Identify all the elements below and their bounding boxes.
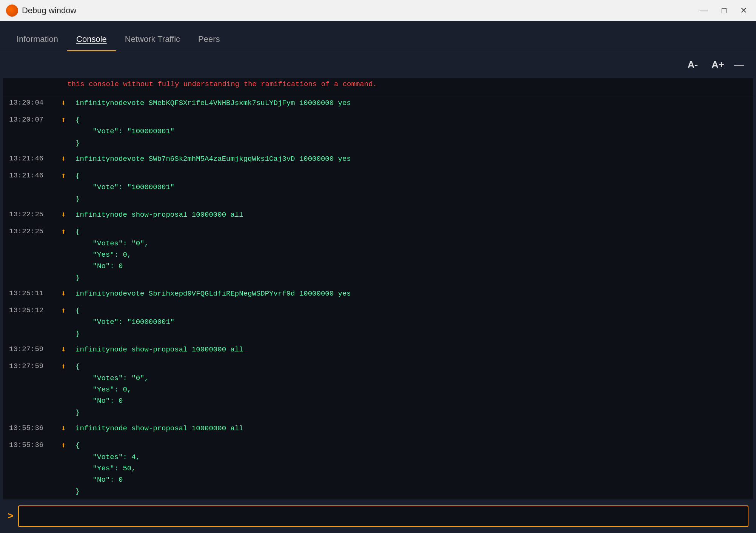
- download-icon: ⬇: [61, 97, 66, 110]
- log-json: { "Votes": "0", "Yes": 0, "No": 0 }: [71, 224, 753, 286]
- log-timestamp: 13:27:59: [3, 359, 56, 374]
- tab-bar: Information Console Network Traffic Peer…: [0, 21, 756, 51]
- app-icon: [6, 5, 18, 17]
- input-prompt: >: [8, 511, 14, 522]
- log-json: { "Vote": "100000001" }: [71, 112, 753, 151]
- log-timestamp: 13:55:36: [3, 421, 56, 436]
- console-wrapper: WARNING: Scammers have been active, tell…: [3, 78, 753, 499]
- log-json: { "Vote": "100000001" }: [71, 168, 753, 207]
- tab-information[interactable]: Information: [8, 28, 67, 51]
- upload-icon: ⬆: [61, 361, 66, 373]
- download-icon: ⬇: [61, 423, 66, 435]
- log-command: infinitynode show-proposal 10000000 all: [71, 207, 753, 223]
- tab-console[interactable]: Console: [67, 28, 116, 51]
- table-row: 13:20:04⬇infinitynodevote SMebKQFSXr1feL…: [3, 95, 753, 112]
- download-icon: ⬇: [61, 288, 66, 300]
- log-timestamp: 13:22:25: [3, 207, 56, 222]
- download-icon: ⬇: [61, 209, 66, 222]
- table-row: 13:21:46⬆{ "Vote": "100000001" }: [3, 168, 753, 207]
- log-timestamp: 13:55:36: [3, 437, 56, 453]
- tab-peers[interactable]: Peers: [189, 28, 229, 51]
- download-icon: ⬇: [61, 153, 66, 166]
- table-row: 13:25:11⬇infinitynodevote Sbrihxepd9VFQG…: [3, 286, 753, 303]
- table-row: 13:27:59⬆{ "Votes": "0", "Yes": 0, "No":…: [3, 359, 753, 421]
- log-timestamp: 13:27:59: [3, 342, 56, 357]
- table-row: 13:22:25⬆{ "Votes": "0", "Yes": 0, "No":…: [3, 224, 753, 286]
- font-dash: —: [734, 60, 744, 70]
- log-command: infinitynodevote Sbrihxepd9VFQGLdfiREpNe…: [71, 286, 753, 302]
- window-controls: — □ ✕: [697, 5, 750, 16]
- tab-network-traffic[interactable]: Network Traffic: [116, 28, 189, 51]
- log-json: { "Votes": "0", "Yes": 0, "No": 0 }: [71, 359, 753, 421]
- log-command: infinitynodevote SWb7n6Sk2mhM5A4zaEumjkg…: [71, 151, 753, 167]
- console-output[interactable]: WARNING: Scammers have been active, tell…: [3, 78, 753, 499]
- upload-icon: ⬆: [61, 305, 66, 317]
- log-timestamp: 13:21:46: [3, 151, 56, 166]
- titlebar: Debug window — □ ✕: [0, 0, 756, 21]
- table-row: 13:55:36⬇infinitynode show-proposal 1000…: [3, 421, 753, 437]
- table-row: 13:22:25⬇infinitynode show-proposal 1000…: [3, 207, 753, 224]
- table-row: 13:21:46⬇infinitynodevote SWb7n6Sk2mhM5A…: [3, 151, 753, 168]
- log-timestamp: 13:25:12: [3, 303, 56, 318]
- console-input[interactable]: [18, 505, 748, 527]
- warning-text: WARNING: Scammers have been active, tell…: [67, 78, 753, 90]
- log-timestamp: 13:25:11: [3, 286, 56, 301]
- log-json: { "Votes": 4, "Yes": 50, "No": 0 }: [71, 437, 753, 499]
- table-row: 13:25:12⬆{ "Vote": "100000001" }: [3, 303, 753, 342]
- maximize-button[interactable]: □: [719, 5, 730, 16]
- table-row: 13:20:07⬆{ "Vote": "100000001" }: [3, 112, 753, 151]
- log-command: infinitynode show-proposal 10000000 all: [71, 342, 753, 357]
- log-timestamp: 13:20:04: [3, 95, 56, 111]
- log-command: infinitynode show-proposal 10000000 all: [71, 421, 753, 436]
- upload-icon: ⬆: [61, 226, 66, 239]
- log-timestamp: 13:20:07: [3, 112, 56, 128]
- log-timestamp: 13:21:46: [3, 168, 56, 183]
- log-command: infinitynodevote SMebKQFSXr1feL4VNHBJsxm…: [71, 95, 753, 111]
- table-row: 13:27:59⬇infinitynode show-proposal 1000…: [3, 342, 753, 359]
- warning-banner: WARNING: Scammers have been active, tell…: [3, 78, 753, 95]
- upload-icon: ⬆: [61, 170, 66, 183]
- input-bar: >: [0, 499, 756, 533]
- log-json: { "Vote": "100000001" }: [71, 303, 753, 342]
- upload-icon: ⬆: [61, 440, 66, 452]
- font-decrease-button[interactable]: A-: [684, 57, 702, 72]
- toolbar: A- A+ —: [0, 51, 756, 78]
- close-button[interactable]: ✕: [737, 5, 750, 16]
- log-timestamp: 13:22:25: [3, 224, 56, 239]
- table-row: 13:55:36⬆{ "Votes": 4, "Yes": 50, "No": …: [3, 437, 753, 499]
- upload-icon: ⬆: [61, 114, 66, 127]
- window-title: Debug window: [22, 6, 697, 15]
- download-icon: ⬇: [61, 344, 66, 356]
- font-increase-button[interactable]: A+: [708, 57, 728, 72]
- minimize-button[interactable]: —: [697, 5, 711, 16]
